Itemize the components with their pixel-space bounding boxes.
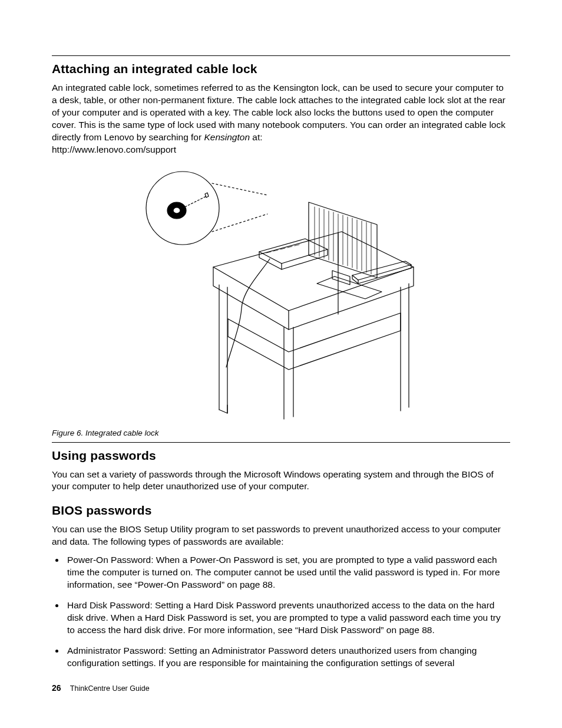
figure-caption: Figure 6. Integrated cable lock xyxy=(52,429,510,437)
figure-integrated-cable-lock xyxy=(52,167,510,423)
svg-line-0 xyxy=(212,183,267,195)
text-emphasis-kensington: Kensington xyxy=(204,132,250,142)
section-rule xyxy=(52,55,510,56)
paragraph-bios-passwords: You can use the BIOS Setup Utility progr… xyxy=(52,523,510,548)
paragraph-cable-lock: An integrated cable lock, sometimes refe… xyxy=(52,82,510,156)
book-title: ThinkCentre User Guide xyxy=(70,684,150,693)
svg-line-1 xyxy=(212,214,267,232)
list-item: Administrator Password: Setting an Admin… xyxy=(65,645,510,670)
section-rule xyxy=(52,442,510,443)
svg-point-4 xyxy=(173,207,180,213)
heading-using-passwords: Using passwords xyxy=(52,449,510,463)
list-item: Hard Disk Password: Setting a Hard Disk … xyxy=(65,599,510,637)
page-number: 26 xyxy=(52,683,61,693)
page-footer: 26 ThinkCentre User Guide xyxy=(52,683,150,693)
bios-password-list: Power-On Password: When a Power-On Passw… xyxy=(52,554,510,669)
paragraph-using-passwords: You can set a variety of passwords throu… xyxy=(52,469,510,493)
list-item: Power-On Password: When a Power-On Passw… xyxy=(65,554,510,591)
diagram-cable-lock-icon xyxy=(143,167,419,420)
text-url: http://www.lenovo.com/support xyxy=(52,144,176,154)
document-page: Attaching an integrated cable lock An in… xyxy=(0,0,562,728)
text-run: at: xyxy=(250,132,263,142)
text-run: An integrated cable lock, sometimes refe… xyxy=(52,83,505,142)
heading-bios-passwords: BIOS passwords xyxy=(52,503,510,518)
heading-attaching-cable-lock: Attaching an integrated cable lock xyxy=(52,62,510,76)
